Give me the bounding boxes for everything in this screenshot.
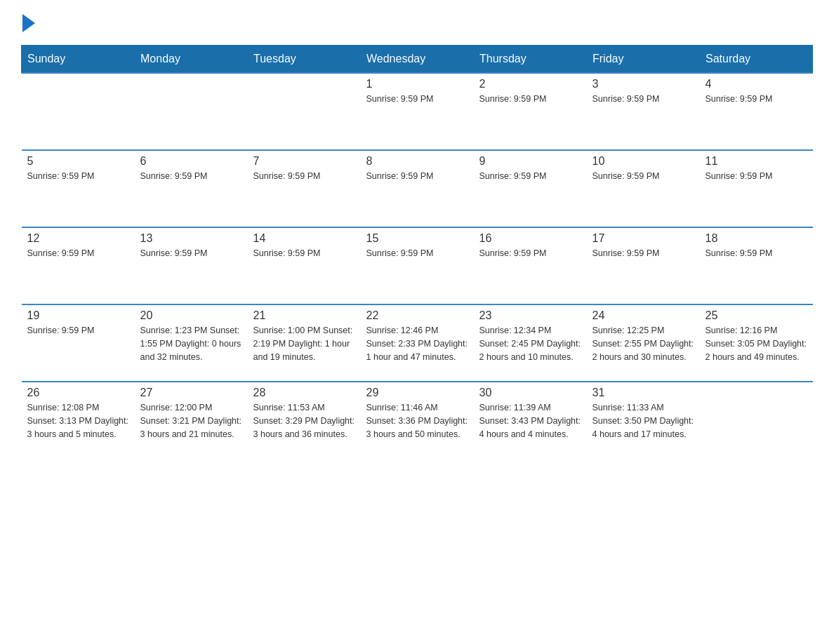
day-number: 23 [479, 309, 581, 322]
day-info: Sunrise: 11:53 AM Sunset: 3:29 PM Daylig… [253, 401, 355, 441]
day-info: Sunrise: 9:59 PM [27, 247, 129, 260]
day-info: Sunrise: 9:59 PM [593, 170, 694, 183]
day-info: Sunrise: 9:59 PM [479, 247, 581, 260]
calendar-cell: 20Sunrise: 1:23 PM Sunset: 1:55 PM Dayli… [135, 304, 248, 382]
calendar-cell: 30Sunrise: 11:39 AM Sunset: 3:43 PM Dayl… [474, 382, 587, 459]
day-number: 12 [27, 232, 129, 245]
day-info: Sunrise: 9:59 PM [140, 247, 242, 260]
day-number: 17 [593, 232, 694, 245]
day-number: 4 [706, 78, 807, 90]
calendar-cell: 8Sunrise: 9:59 PM [361, 150, 474, 227]
day-header-saturday: Saturday [700, 46, 813, 74]
day-info: Sunrise: 9:59 PM [706, 93, 807, 106]
day-number: 9 [479, 155, 581, 168]
calendar-cell: 19Sunrise: 9:59 PM [22, 304, 135, 382]
calendar-cell [248, 73, 361, 150]
day-info: Sunrise: 11:46 AM Sunset: 3:36 PM Daylig… [366, 401, 468, 441]
day-number: 13 [140, 232, 242, 245]
day-info: Sunrise: 9:59 PM [366, 170, 468, 183]
calendar-cell: 11Sunrise: 9:59 PM [700, 150, 813, 227]
day-number: 5 [27, 155, 129, 168]
day-info: Sunrise: 9:59 PM [366, 93, 468, 106]
calendar-cell: 12Sunrise: 9:59 PM [22, 227, 135, 304]
calendar-cell: 15Sunrise: 9:59 PM [361, 227, 474, 304]
day-info: Sunrise: 9:59 PM [27, 324, 129, 337]
day-info: Sunrise: 9:59 PM [706, 170, 807, 183]
day-number: 28 [253, 387, 355, 399]
day-number: 21 [253, 309, 355, 322]
calendar-cell: 3Sunrise: 9:59 PM [587, 73, 700, 150]
day-info: Sunrise: 12:08 PM Sunset: 3:13 PM Daylig… [27, 401, 129, 441]
calendar-week-row: 1Sunrise: 9:59 PM2Sunrise: 9:59 PM3Sunri… [22, 73, 813, 150]
calendar-cell: 17Sunrise: 9:59 PM [587, 227, 700, 304]
day-info: Sunrise: 12:16 PM Sunset: 3:05 PM Daylig… [706, 324, 807, 363]
day-info: Sunrise: 9:59 PM [140, 170, 242, 183]
calendar-week-row: 19Sunrise: 9:59 PM20Sunrise: 1:23 PM Sun… [22, 304, 813, 382]
day-info: Sunrise: 9:59 PM [479, 93, 581, 106]
day-number: 19 [27, 309, 129, 322]
day-number: 7 [253, 155, 355, 168]
day-number: 2 [479, 78, 581, 90]
day-number: 24 [593, 309, 694, 322]
calendar-cell: 4Sunrise: 9:59 PM [700, 73, 813, 150]
calendar-week-row: 26Sunrise: 12:08 PM Sunset: 3:13 PM Dayl… [22, 382, 813, 459]
day-header-sunday: Sunday [22, 46, 135, 74]
calendar-cell: 27Sunrise: 12:00 PM Sunset: 3:21 PM Dayl… [135, 382, 248, 459]
day-info: Sunrise: 12:46 PM Sunset: 2:33 PM Daylig… [366, 324, 468, 363]
calendar-cell [135, 73, 248, 150]
day-number: 10 [593, 155, 694, 168]
day-info: Sunrise: 12:00 PM Sunset: 3:21 PM Daylig… [140, 401, 242, 441]
calendar-cell: 23Sunrise: 12:34 PM Sunset: 2:45 PM Dayl… [474, 304, 587, 382]
calendar-header-row: SundayMondayTuesdayWednesdayThursdayFrid… [22, 46, 813, 74]
calendar-cell: 16Sunrise: 9:59 PM [474, 227, 587, 304]
day-info: Sunrise: 11:39 AM Sunset: 3:43 PM Daylig… [479, 401, 581, 441]
calendar-cell: 26Sunrise: 12:08 PM Sunset: 3:13 PM Dayl… [22, 382, 135, 459]
day-header-wednesday: Wednesday [361, 46, 474, 74]
day-number: 15 [366, 232, 468, 245]
logo-triangle-icon [22, 14, 35, 32]
day-info: Sunrise: 1:00 PM Sunset: 2:19 PM Dayligh… [253, 324, 355, 363]
calendar-cell: 6Sunrise: 9:59 PM [135, 150, 248, 227]
day-info: Sunrise: 12:34 PM Sunset: 2:45 PM Daylig… [479, 324, 581, 363]
day-info: Sunrise: 9:59 PM [27, 170, 129, 183]
calendar-table: SundayMondayTuesdayWednesdayThursdayFrid… [21, 45, 813, 459]
day-info: Sunrise: 9:59 PM [479, 170, 581, 183]
day-info: Sunrise: 1:23 PM Sunset: 1:55 PM Dayligh… [140, 324, 242, 363]
calendar-cell: 28Sunrise: 11:53 AM Sunset: 3:29 PM Dayl… [248, 382, 361, 459]
day-number: 20 [140, 309, 242, 322]
calendar-cell [22, 73, 135, 150]
logo [21, 14, 35, 34]
day-info: Sunrise: 9:59 PM [593, 93, 694, 106]
calendar-cell: 7Sunrise: 9:59 PM [248, 150, 361, 227]
calendar-cell: 24Sunrise: 12:25 PM Sunset: 2:55 PM Dayl… [587, 304, 700, 382]
day-number: 30 [479, 387, 581, 399]
day-number: 8 [366, 155, 468, 168]
day-info: Sunrise: 9:59 PM [366, 247, 468, 260]
day-info: Sunrise: 11:33 AM Sunset: 3:50 PM Daylig… [593, 401, 694, 441]
day-number: 1 [366, 78, 468, 90]
day-number: 6 [140, 155, 242, 168]
calendar-cell: 31Sunrise: 11:33 AM Sunset: 3:50 PM Dayl… [587, 382, 700, 459]
calendar-cell: 25Sunrise: 12:16 PM Sunset: 3:05 PM Dayl… [700, 304, 813, 382]
day-header-friday: Friday [587, 46, 700, 74]
calendar-cell: 22Sunrise: 12:46 PM Sunset: 2:33 PM Dayl… [361, 304, 474, 382]
day-info: Sunrise: 9:59 PM [253, 247, 355, 260]
calendar-cell: 1Sunrise: 9:59 PM [361, 73, 474, 150]
day-number: 27 [140, 387, 242, 399]
day-number: 11 [706, 155, 807, 168]
calendar-cell: 14Sunrise: 9:59 PM [248, 227, 361, 304]
calendar-cell: 10Sunrise: 9:59 PM [587, 150, 700, 227]
day-header-monday: Monday [135, 46, 248, 74]
day-number: 31 [593, 387, 694, 399]
day-info: Sunrise: 12:25 PM Sunset: 2:55 PM Daylig… [593, 324, 694, 363]
calendar-cell: 13Sunrise: 9:59 PM [135, 227, 248, 304]
day-info: Sunrise: 9:59 PM [593, 247, 694, 260]
day-number: 3 [593, 78, 694, 90]
calendar-week-row: 5Sunrise: 9:59 PM6Sunrise: 9:59 PM7Sunri… [22, 150, 813, 227]
day-number: 16 [479, 232, 581, 245]
day-number: 18 [706, 232, 807, 245]
calendar-week-row: 12Sunrise: 9:59 PM13Sunrise: 9:59 PM14Su… [22, 227, 813, 304]
day-info: Sunrise: 9:59 PM [253, 170, 355, 183]
day-number: 14 [253, 232, 355, 245]
day-number: 25 [706, 309, 807, 322]
